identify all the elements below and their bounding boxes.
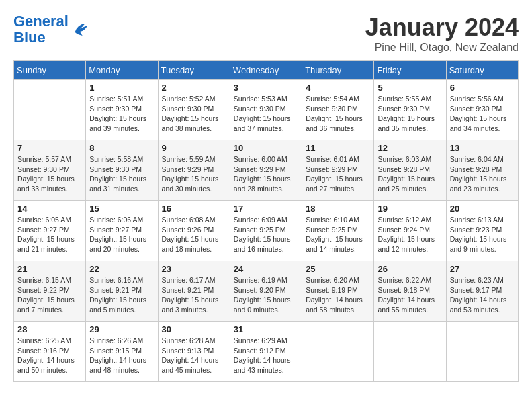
day-number: 16 <box>162 203 226 214</box>
calendar-cell: 10Sunrise: 6:00 AMSunset: 9:29 PMDayligh… <box>230 140 302 201</box>
day-info: Sunrise: 6:10 AMSunset: 9:25 PMDaylight:… <box>306 215 370 255</box>
weekday-header-thursday: Thursday <box>302 61 374 80</box>
calendar-cell: 16Sunrise: 6:08 AMSunset: 9:26 PMDayligh… <box>158 201 230 261</box>
calendar-cell: 2Sunrise: 5:52 AMSunset: 9:30 PMDaylight… <box>158 80 230 140</box>
month-title: January 2024 <box>365 13 519 42</box>
day-info: Sunrise: 6:19 AMSunset: 9:20 PMDaylight:… <box>234 275 298 315</box>
calendar-cell <box>302 322 374 382</box>
day-info: Sunrise: 6:03 AMSunset: 9:28 PMDaylight:… <box>378 154 442 194</box>
weekday-header-friday: Friday <box>374 61 446 80</box>
calendar-cell: 4Sunrise: 5:54 AMSunset: 9:30 PMDaylight… <box>302 80 374 140</box>
day-info: Sunrise: 6:20 AMSunset: 9:19 PMDaylight:… <box>306 275 370 315</box>
day-info: Sunrise: 6:04 AMSunset: 9:28 PMDaylight:… <box>450 154 515 194</box>
calendar-cell: 27Sunrise: 6:23 AMSunset: 9:17 PMDayligh… <box>446 261 518 322</box>
week-row-1: 1Sunrise: 5:51 AMSunset: 9:30 PMDaylight… <box>14 80 519 140</box>
calendar-cell: 9Sunrise: 5:59 AMSunset: 9:29 PMDaylight… <box>158 140 230 201</box>
calendar-cell <box>14 80 86 140</box>
calendar-cell: 25Sunrise: 6:20 AMSunset: 9:19 PMDayligh… <box>302 261 374 322</box>
day-number: 1 <box>89 83 154 93</box>
calendar-cell: 11Sunrise: 6:01 AMSunset: 9:29 PMDayligh… <box>302 140 374 201</box>
calendar-cell <box>446 322 518 382</box>
day-number: 8 <box>89 143 154 153</box>
week-row-2: 7Sunrise: 5:57 AMSunset: 9:30 PMDaylight… <box>14 140 519 201</box>
day-number: 17 <box>234 203 298 214</box>
day-number: 12 <box>378 143 442 153</box>
day-number: 31 <box>234 324 298 334</box>
calendar-cell: 20Sunrise: 6:13 AMSunset: 9:23 PMDayligh… <box>446 201 518 261</box>
day-number: 29 <box>89 324 154 334</box>
day-number: 18 <box>306 203 370 214</box>
day-number: 5 <box>378 83 442 93</box>
day-number: 6 <box>450 83 515 93</box>
day-info: Sunrise: 6:06 AMSunset: 9:27 PMDaylight:… <box>89 215 154 255</box>
calendar-cell: 5Sunrise: 5:55 AMSunset: 9:30 PMDaylight… <box>374 80 446 140</box>
week-row-5: 28Sunrise: 6:25 AMSunset: 9:16 PMDayligh… <box>14 322 519 382</box>
day-info: Sunrise: 6:16 AMSunset: 9:21 PMDaylight:… <box>89 275 154 315</box>
calendar-cell: 12Sunrise: 6:03 AMSunset: 9:28 PMDayligh… <box>374 140 446 201</box>
logo-text: General Blue <box>13 13 69 46</box>
day-number: 11 <box>306 143 370 153</box>
logo-line2: Blue <box>13 29 46 46</box>
page-header: General Blue January 2024 Pine Hill, Ota… <box>13 13 519 54</box>
location-title: Pine Hill, Otago, New Zealand <box>365 42 519 54</box>
day-number: 10 <box>234 143 298 153</box>
calendar-cell: 31Sunrise: 6:29 AMSunset: 9:12 PMDayligh… <box>230 322 302 382</box>
day-number: 30 <box>162 324 226 334</box>
calendar-cell: 15Sunrise: 6:06 AMSunset: 9:27 PMDayligh… <box>86 201 158 261</box>
weekday-header-sunday: Sunday <box>14 61 86 80</box>
calendar-cell: 26Sunrise: 6:22 AMSunset: 9:18 PMDayligh… <box>374 261 446 322</box>
day-info: Sunrise: 5:59 AMSunset: 9:29 PMDaylight:… <box>162 154 226 194</box>
day-info: Sunrise: 6:08 AMSunset: 9:26 PMDaylight:… <box>162 215 226 255</box>
day-info: Sunrise: 6:05 AMSunset: 9:27 PMDaylight:… <box>17 215 82 255</box>
day-number: 19 <box>378 203 442 214</box>
day-number: 7 <box>17 143 82 153</box>
calendar-cell: 23Sunrise: 6:17 AMSunset: 9:21 PMDayligh… <box>158 261 230 322</box>
weekday-header-tuesday: Tuesday <box>158 61 230 80</box>
calendar-cell <box>374 322 446 382</box>
day-info: Sunrise: 6:01 AMSunset: 9:29 PMDaylight:… <box>306 154 370 194</box>
calendar-cell: 22Sunrise: 6:16 AMSunset: 9:21 PMDayligh… <box>86 261 158 322</box>
calendar-cell: 3Sunrise: 5:53 AMSunset: 9:30 PMDaylight… <box>230 80 302 140</box>
day-number: 4 <box>306 83 370 93</box>
day-number: 13 <box>450 143 515 153</box>
day-number: 28 <box>17 324 82 334</box>
weekday-header-saturday: Saturday <box>446 61 518 80</box>
day-info: Sunrise: 6:12 AMSunset: 9:24 PMDaylight:… <box>378 215 442 255</box>
calendar-cell: 24Sunrise: 6:19 AMSunset: 9:20 PMDayligh… <box>230 261 302 322</box>
day-number: 25 <box>306 264 370 274</box>
day-number: 3 <box>234 83 298 93</box>
day-info: Sunrise: 6:13 AMSunset: 9:23 PMDaylight:… <box>450 215 515 255</box>
weekday-header-monday: Monday <box>86 61 158 80</box>
calendar-cell: 14Sunrise: 6:05 AMSunset: 9:27 PMDayligh… <box>14 201 86 261</box>
day-number: 21 <box>17 264 82 274</box>
weekday-header-wednesday: Wednesday <box>230 61 302 80</box>
logo: General Blue <box>13 13 90 46</box>
day-number: 20 <box>450 203 515 214</box>
logo-line1: General <box>13 13 69 30</box>
calendar-table: SundayMondayTuesdayWednesdayThursdayFrid… <box>13 60 519 382</box>
title-area: January 2024 Pine Hill, Otago, New Zeala… <box>365 13 519 54</box>
calendar-cell: 13Sunrise: 6:04 AMSunset: 9:28 PMDayligh… <box>446 140 518 201</box>
day-number: 2 <box>162 83 226 93</box>
day-info: Sunrise: 6:15 AMSunset: 9:22 PMDaylight:… <box>17 275 82 315</box>
day-number: 9 <box>162 143 226 153</box>
day-info: Sunrise: 5:53 AMSunset: 9:30 PMDaylight:… <box>234 94 298 134</box>
day-info: Sunrise: 6:00 AMSunset: 9:29 PMDaylight:… <box>234 154 298 194</box>
day-info: Sunrise: 6:09 AMSunset: 9:25 PMDaylight:… <box>234 215 298 255</box>
calendar-cell: 17Sunrise: 6:09 AMSunset: 9:25 PMDayligh… <box>230 201 302 261</box>
day-number: 24 <box>234 264 298 274</box>
week-row-4: 21Sunrise: 6:15 AMSunset: 9:22 PMDayligh… <box>14 261 519 322</box>
day-info: Sunrise: 6:25 AMSunset: 9:16 PMDaylight:… <box>17 336 82 375</box>
logo-bird-icon <box>70 19 90 40</box>
calendar-cell: 7Sunrise: 5:57 AMSunset: 9:30 PMDaylight… <box>14 140 86 201</box>
day-info: Sunrise: 5:57 AMSunset: 9:30 PMDaylight:… <box>17 154 82 194</box>
calendar-cell: 29Sunrise: 6:26 AMSunset: 9:15 PMDayligh… <box>86 322 158 382</box>
day-number: 22 <box>89 264 154 274</box>
day-number: 14 <box>17 203 82 214</box>
calendar-cell: 6Sunrise: 5:56 AMSunset: 9:30 PMDaylight… <box>446 80 518 140</box>
week-row-3: 14Sunrise: 6:05 AMSunset: 9:27 PMDayligh… <box>14 201 519 261</box>
day-info: Sunrise: 5:55 AMSunset: 9:30 PMDaylight:… <box>378 94 442 134</box>
day-info: Sunrise: 5:51 AMSunset: 9:30 PMDaylight:… <box>89 94 154 134</box>
calendar-cell: 19Sunrise: 6:12 AMSunset: 9:24 PMDayligh… <box>374 201 446 261</box>
calendar-cell: 30Sunrise: 6:28 AMSunset: 9:13 PMDayligh… <box>158 322 230 382</box>
